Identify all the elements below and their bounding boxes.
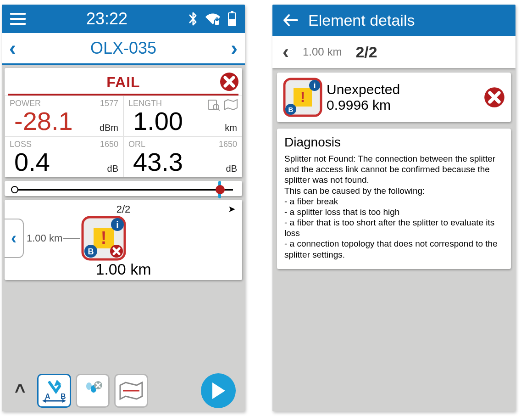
element-unexpected-icon (283, 77, 323, 118)
svg-rect-20 (229, 19, 235, 25)
mode-locator-button[interactable] (76, 374, 110, 408)
back-arrow-icon[interactable] (283, 13, 298, 27)
start-button[interactable] (201, 373, 236, 408)
metric-orl[interactable]: ORL1650 43.3dB (123, 136, 242, 177)
map-view-icon[interactable] (223, 99, 238, 111)
prev-element-button[interactable]: ‹ (283, 41, 289, 63)
power-value: -28.1 (14, 108, 73, 134)
mode-map-button[interactable] (114, 374, 148, 408)
orl-unit: dB (226, 164, 237, 175)
bottom-toolbar: ^ A B (2, 370, 245, 411)
detail-title: Element details (308, 11, 415, 29)
link-map-card: ➤ 2/2 ‹ 1.00 km 1.00 km (5, 200, 242, 280)
metric-loss[interactable]: LOSS1650 0.4dB (5, 136, 123, 177)
orl-value: 43.3 (133, 149, 183, 175)
next-file-button[interactable]: › (231, 37, 238, 60)
left-device: 23:22 ‹ OLX-035 › FAIL POWER1577 -28.1dB… (2, 5, 245, 411)
metric-length[interactable]: LENGTH 1.00km (123, 96, 242, 136)
metric-power[interactable]: POWER1577 -28.1dBm (5, 96, 123, 136)
diagnosis-body: Splitter not Found: The connection betwe… (284, 153, 504, 260)
cursor-icon: ➤ (228, 203, 236, 214)
element-distance: 1.00 km (7, 260, 239, 278)
length-value: 1.00 (133, 108, 183, 134)
menu-icon[interactable] (10, 13, 26, 25)
power-wavelength: 1577 (100, 99, 118, 108)
detail-header: Element details (272, 5, 515, 36)
fail-status-icon (483, 86, 505, 108)
svg-text:B: B (61, 393, 66, 400)
diagnosis-title: Diagnosis (284, 135, 504, 150)
file-title[interactable]: OLX-035 (90, 39, 156, 58)
loss-unit: dB (107, 164, 118, 175)
status-icons (188, 11, 237, 27)
element-type: Unexpected (327, 82, 480, 97)
prev-element-button[interactable]: ‹ (5, 219, 24, 258)
prev-file-button[interactable]: ‹ (9, 37, 16, 60)
results-card: FAIL POWER1577 -28.1dBm LENGTH 1.00km (5, 68, 242, 177)
segment-length: 1.00 km (27, 232, 62, 244)
expand-button[interactable]: ^ (7, 381, 33, 401)
status-bar: 23:22 (2, 5, 245, 33)
link-overview-slider[interactable] (5, 181, 242, 196)
svg-marker-28 (42, 399, 46, 403)
element-summary-card[interactable]: Unexpected 0.9996 km (277, 73, 511, 122)
loss-wavelength: 1650 (100, 140, 118, 149)
mode-ab-button[interactable]: A B (37, 374, 71, 408)
diagnosis-card: Diagnosis Splitter not Found: The connec… (277, 129, 511, 269)
fail-status-icon (219, 72, 239, 92)
orl-wavelength: 1650 (219, 140, 237, 149)
element-position: 0.9996 km (327, 97, 480, 113)
clock: 23:22 (86, 9, 127, 28)
detail-distance: 1.00 km (303, 45, 342, 58)
fiber-segment-icon (63, 238, 80, 239)
element-unexpected-icon[interactable] (81, 215, 127, 261)
slider-event-icon[interactable] (216, 185, 225, 194)
verdict-label: FAIL (106, 74, 140, 91)
file-nav: ‹ OLX-035 › (2, 33, 245, 65)
bluetooth-icon (188, 11, 198, 27)
element-count: 2/2 (7, 203, 239, 215)
trace-view-icon[interactable] (207, 99, 220, 111)
wifi-icon (205, 12, 221, 25)
battery-icon (227, 11, 237, 27)
loss-value: 0.4 (14, 149, 50, 175)
length-unit: km (225, 123, 237, 134)
detail-count: 2/2 (355, 43, 377, 61)
right-device: Element details ‹ 1.00 km 2/2 Unexpected… (272, 5, 515, 411)
slider-start-icon (11, 186, 18, 193)
power-unit: dBm (100, 123, 118, 134)
svg-marker-31 (212, 382, 225, 399)
detail-nav: ‹ 1.00 km 2/2 (272, 36, 515, 68)
svg-line-23 (218, 109, 220, 111)
